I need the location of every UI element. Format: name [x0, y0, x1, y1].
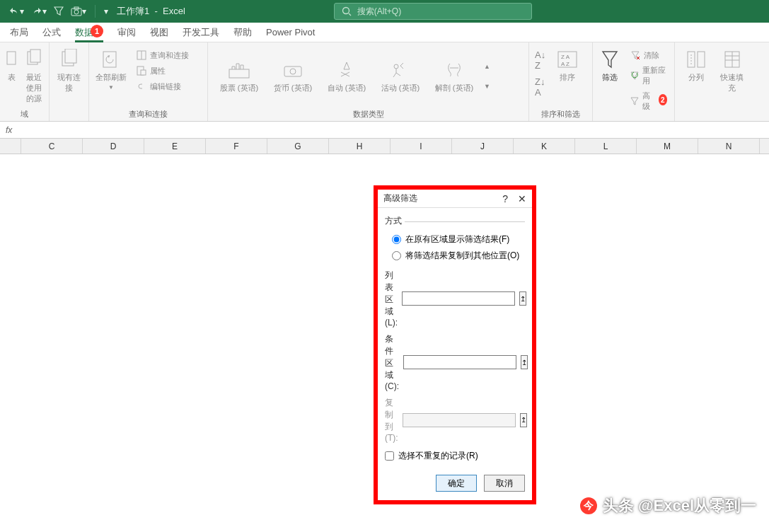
col-header[interactable]: I	[391, 139, 452, 154]
tab-powerpivot[interactable]: Power Pivot	[259, 24, 322, 40]
undo-button[interactable]: ▾	[6, 4, 27, 18]
anatomy-button[interactable]: 解剖 (英语)	[427, 57, 481, 96]
criteria-range-label: 条件区域(C):	[385, 333, 399, 391]
queries-connections-button[interactable]: 查询和连接	[133, 48, 192, 62]
camera-icon[interactable]: ▾	[68, 5, 89, 18]
svg-rect-15	[229, 69, 249, 78]
range-picker-icon[interactable]: ↥	[520, 413, 527, 427]
data-types-more[interactable]: ▲▼	[481, 60, 493, 93]
redo-button[interactable]: ▾	[28, 4, 50, 18]
svg-rect-5	[7, 52, 16, 64]
criteria-range-input[interactable]	[403, 355, 516, 369]
corner-cell[interactable]	[0, 139, 21, 154]
help-icon[interactable]: ?	[502, 193, 508, 204]
filter-button[interactable]: 筛选	[597, 45, 623, 86]
fx-label: fx	[6, 125, 12, 135]
svg-point-3	[342, 8, 349, 14]
search-placeholder: 搜索(Alt+Q)	[357, 6, 401, 18]
svg-line-4	[349, 13, 351, 16]
col-header[interactable]: J	[452, 139, 514, 154]
advanced-filter-dialog: 高级筛选 ? ✕ 方式 在原有区域显示筛选结果(F) 将筛选结果复制到其他位置(…	[374, 185, 536, 504]
refresh-all-button[interactable]: 全部刷新▼	[93, 45, 129, 93]
currency-button[interactable]: 货币 (英语)	[266, 57, 320, 96]
properties-button[interactable]: 属性	[133, 64, 192, 78]
list-range-input[interactable]	[402, 291, 515, 306]
ok-button[interactable]: 确定	[436, 475, 477, 492]
svg-rect-9	[65, 49, 76, 63]
copy-to-input	[403, 413, 516, 427]
col-header[interactable]: K	[514, 139, 575, 154]
stocks-button[interactable]: 股票 (英语)	[212, 57, 266, 96]
col-header[interactable]: G	[267, 139, 329, 154]
range-picker-icon[interactable]: ↥	[521, 355, 528, 369]
quick-access-toolbar: ▾ ▾ ▾ ▾	[6, 4, 111, 18]
tab-view[interactable]: 视图	[143, 23, 175, 42]
col-header[interactable]: C	[21, 139, 83, 154]
reapply-button[interactable]: 重新应用	[627, 64, 670, 88]
watermark: 今 头条 @Excel从零到一	[580, 495, 756, 516]
svg-rect-14	[141, 70, 146, 75]
sort-button[interactable]: Z AA Z 排序	[550, 45, 585, 86]
dialog-title: 高级筛选	[383, 192, 417, 204]
recent-sources-button[interactable]: 最近使用的源	[21, 45, 47, 107]
col-header[interactable]: D	[83, 139, 144, 154]
tab-layout[interactable]: 布局	[3, 23, 35, 42]
col-header[interactable]: E	[144, 139, 206, 154]
svg-rect-24	[688, 52, 695, 67]
col-header[interactable]: F	[206, 139, 267, 154]
radio-filter-in-place[interactable]: 在原有区域显示筛选结果(F)	[385, 231, 525, 248]
col-header[interactable]: H	[329, 139, 391, 154]
svg-rect-25	[698, 52, 705, 67]
svg-text:Z A: Z A	[561, 54, 570, 60]
search-icon	[342, 6, 352, 16]
dialog-titlebar[interactable]: 高级筛选 ? ✕	[378, 190, 532, 208]
svg-rect-7	[30, 50, 40, 62]
tab-dev[interactable]: 开发工具	[175, 23, 226, 42]
formula-bar: fx	[0, 122, 769, 139]
qat-customize[interactable]: ▾	[101, 5, 111, 18]
from-table-button[interactable]: 表	[4, 45, 18, 86]
advanced-filter-button[interactable]: 高级2	[627, 89, 670, 113]
annotation-badge-2: 2	[659, 94, 667, 105]
tab-formulas[interactable]: 公式	[35, 23, 68, 42]
toutiao-icon: 今	[580, 497, 597, 514]
sort-desc-icon[interactable]: Z↓A	[535, 76, 545, 98]
svg-point-1	[74, 10, 79, 14]
close-icon[interactable]: ✕	[518, 193, 526, 204]
document-title: 工作簿1 - Excel	[117, 5, 185, 18]
activity-button[interactable]: 活动 (英语)	[374, 57, 427, 96]
range-picker-icon[interactable]: ↥	[519, 291, 526, 306]
existing-connections-button[interactable]: 现有连接	[54, 45, 84, 96]
cancel-button[interactable]: 取消	[484, 475, 525, 492]
col-header[interactable]: N	[698, 139, 760, 154]
list-range-label: 列表区域(L):	[385, 270, 398, 328]
formula-input[interactable]	[18, 122, 763, 138]
filter-icon[interactable]	[51, 5, 67, 18]
edit-links-button[interactable]: 编辑链接	[133, 79, 192, 93]
radio-copy-elsewhere[interactable]: 将筛选结果复制到其他位置(O)	[385, 248, 525, 264]
tab-help[interactable]: 帮助	[226, 23, 259, 42]
copy-to-label: 复制到(T):	[385, 397, 398, 443]
svg-point-17	[290, 69, 296, 74]
text-to-columns-button[interactable]: 分列	[679, 45, 712, 86]
column-headers: C D E F G H I J K L M N	[0, 139, 769, 154]
svg-rect-16	[284, 66, 301, 76]
col-header[interactable]: L	[575, 139, 637, 154]
search-box[interactable]: 搜索(Alt+Q)	[334, 3, 532, 20]
sort-asc-icon[interactable]: A↓Z	[535, 50, 545, 71]
flash-fill-button[interactable]: 快速填充	[715, 45, 748, 96]
tab-review[interactable]: 审阅	[110, 23, 143, 42]
tab-data[interactable]: 数据1	[68, 23, 110, 42]
unique-records-checkbox[interactable]: 选择不重复的记录(R)	[385, 450, 525, 462]
group-label: 数据类型	[212, 108, 524, 120]
ribbon: 表 最近使用的源 域 现有连接 全部刷新▼ 查询和连接 属性	[0, 42, 769, 122]
group-label: 查询和连接	[93, 108, 203, 120]
annotation-badge-1: 1	[91, 25, 103, 37]
auto-button[interactable]: 自动 (英语)	[320, 57, 374, 96]
titlebar: ▾ ▾ ▾ ▾ 工作簿1 - Excel 搜索(Alt+Q)	[0, 0, 769, 23]
method-label: 方式	[385, 215, 525, 227]
clear-filter-button[interactable]: 清除	[627, 48, 670, 62]
col-header[interactable]: M	[637, 139, 698, 154]
svg-point-18	[394, 64, 398, 69]
svg-rect-10	[103, 52, 116, 67]
